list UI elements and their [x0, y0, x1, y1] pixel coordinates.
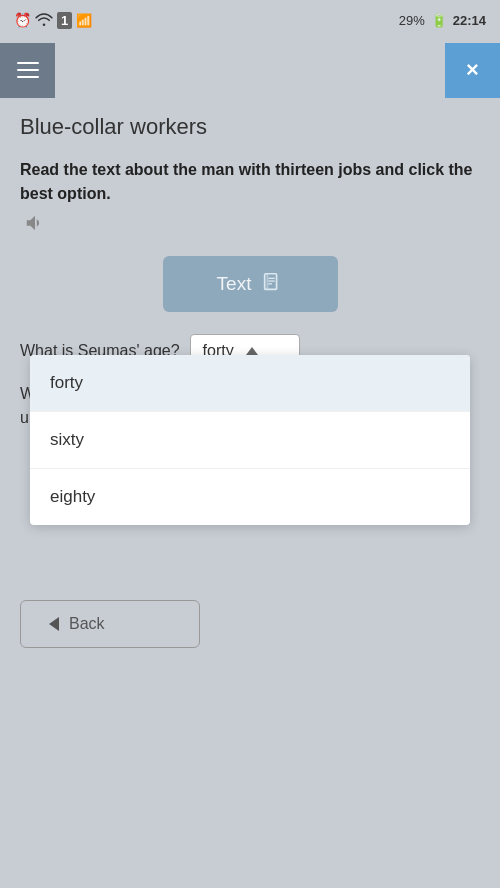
wifi-icon: [35, 12, 53, 29]
back-button-container: Back: [20, 582, 200, 648]
chevron-up-icon: [246, 347, 258, 355]
battery-percent: 29%: [399, 13, 425, 28]
battery-icon: 🔋: [431, 13, 447, 28]
dropdown-overlay: forty sixty eighty: [30, 355, 470, 525]
hamburger-icon: [17, 62, 39, 78]
dropdown-option-eighty[interactable]: eighty: [30, 469, 470, 525]
text-button-container: Text: [20, 256, 480, 312]
speaker-button[interactable]: [24, 212, 46, 234]
signal-icon: 📶: [76, 13, 92, 28]
sim-icon: 1: [57, 12, 72, 29]
instruction-area: Read the text about the man with thirtee…: [20, 158, 480, 234]
text-button[interactable]: Text: [163, 256, 338, 312]
status-right-info: 29% 🔋 22:14: [399, 13, 486, 28]
clock: 22:14: [453, 13, 486, 28]
back-button-label: Back: [69, 615, 105, 633]
dropdown-option-forty[interactable]: forty: [30, 355, 470, 412]
menu-button[interactable]: [0, 43, 55, 98]
back-button[interactable]: Back: [20, 600, 200, 648]
close-icon: ×: [466, 57, 479, 83]
header-bar: ×: [0, 40, 500, 100]
arrow-left-icon: [49, 617, 59, 631]
partial-text-u: u: [20, 409, 29, 426]
svg-rect-1: [267, 273, 269, 289]
text-button-label: Text: [217, 273, 252, 295]
book-icon: [261, 271, 283, 298]
alarm-icon: ⏰: [14, 12, 31, 28]
status-left-icons: ⏰ 1 📶: [14, 12, 92, 29]
close-button[interactable]: ×: [445, 43, 500, 98]
instruction-text: Read the text about the man with thirtee…: [20, 158, 480, 206]
status-bar: ⏰ 1 📶 29% 🔋 22:14: [0, 0, 500, 40]
dropdown-option-sixty[interactable]: sixty: [30, 412, 470, 469]
page-title: Blue-collar workers: [20, 114, 480, 140]
